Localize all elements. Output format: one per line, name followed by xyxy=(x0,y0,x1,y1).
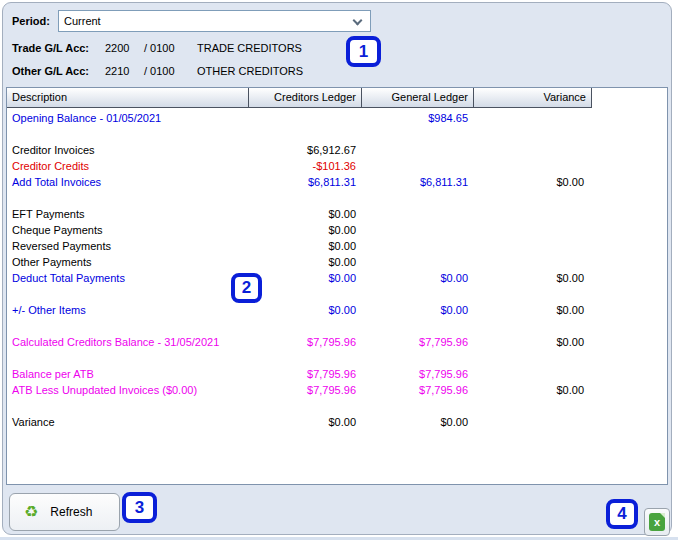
column-header-description[interactable]: Description xyxy=(7,88,249,108)
other-gl-label: Other G/L Acc: xyxy=(12,65,89,77)
trade-gl-code: 2200 xyxy=(105,42,129,54)
table-row: Calculated Creditors Balance - 31/05/202… xyxy=(7,334,667,350)
cell-creditors-ledger: $0.00 xyxy=(249,270,362,286)
annotation-badge-1: 1 xyxy=(346,36,381,67)
cell-creditors-ledger: $0.00 xyxy=(249,206,362,222)
cell-variance xyxy=(474,254,592,270)
table-row: Deduct Total Payments$0.00$0.00$0.00 xyxy=(7,270,667,286)
cell-description: Reversed Payments xyxy=(7,238,249,254)
cell-variance xyxy=(474,110,592,126)
cell-variance xyxy=(474,142,592,158)
cell-variance xyxy=(474,206,592,222)
table-body: Opening Balance - 01/05/2021$984.65Credi… xyxy=(7,108,667,430)
cell-creditors-ledger: $0.00 xyxy=(249,238,362,254)
table-row-blank xyxy=(7,350,667,366)
column-header-general-ledger[interactable]: General Ledger xyxy=(362,88,474,108)
column-header-variance[interactable]: Variance xyxy=(474,88,592,108)
cell-general-ledger: $984.65 xyxy=(362,110,474,126)
table-row-blank xyxy=(7,126,667,142)
cell-general-ledger: $7,795.96 xyxy=(362,382,474,398)
annotation-badge-4: 4 xyxy=(606,499,638,529)
cell-creditors-ledger: $0.00 xyxy=(249,414,362,430)
creditors-reconciliation-panel: Period: Current Trade G/L Acc: 2200 / 01… xyxy=(2,2,672,535)
cell-general-ledger: $0.00 xyxy=(362,414,474,430)
other-gl-code: 2210 xyxy=(105,65,129,77)
excel-icon: x xyxy=(649,513,665,531)
cell-creditors-ledger: $7,795.96 xyxy=(249,334,362,350)
cell-creditors-ledger: $0.00 xyxy=(249,254,362,270)
column-header-creditors-ledger[interactable]: Creditors Ledger xyxy=(249,88,362,108)
cell-variance xyxy=(474,158,592,174)
table-row: Opening Balance - 01/05/2021$984.65 xyxy=(7,110,667,126)
other-gl-name: OTHER CREDITORS xyxy=(197,65,303,77)
cell-description: Creditor Invoices xyxy=(7,142,249,158)
table-row: Variance$0.00$0.00 xyxy=(7,414,667,430)
other-gl-subcode: / 0100 xyxy=(144,65,175,77)
cell-description: Deduct Total Payments xyxy=(7,270,249,286)
cell-creditors-ledger xyxy=(249,110,362,126)
table-row: +/- Other Items$0.00$0.00$0.00 xyxy=(7,302,667,318)
cell-creditors-ledger: $7,795.96 xyxy=(249,366,362,382)
cell-variance: $0.00 xyxy=(474,382,592,398)
cell-variance: $0.00 xyxy=(474,334,592,350)
cell-variance: $0.00 xyxy=(474,302,592,318)
cell-creditors-ledger: $0.00 xyxy=(249,302,362,318)
refresh-button[interactable]: ♻ Refresh xyxy=(9,493,120,531)
table-row: Balance per ATB$7,795.96$7,795.96 xyxy=(7,366,667,382)
cell-description: Balance per ATB xyxy=(7,366,249,382)
cell-description: Add Total Invoices xyxy=(7,174,249,190)
refresh-recycle-icon: ♻ xyxy=(24,504,38,520)
cell-general-ledger: $6,811.31 xyxy=(362,174,474,190)
cell-variance xyxy=(474,366,592,382)
trade-gl-name: TRADE CREDITORS xyxy=(197,42,302,54)
table-row: Other Payments$0.00 xyxy=(7,254,667,270)
cell-description: Other Payments xyxy=(7,254,249,270)
annotation-badge-2: 2 xyxy=(231,273,262,303)
table-row: Creditor Invoices$6,912.67 xyxy=(7,142,667,158)
cell-variance: $0.00 xyxy=(474,270,592,286)
cell-variance xyxy=(474,414,592,430)
period-dropdown[interactable]: Current xyxy=(58,10,371,32)
cell-general-ledger: $7,795.96 xyxy=(362,334,474,350)
other-gl-account-row: Other G/L Acc: 2210 / 0100 OTHER CREDITO… xyxy=(3,65,671,79)
cell-general-ledger: $0.00 xyxy=(362,302,474,318)
table-row-blank xyxy=(7,190,667,206)
cell-description: Creditor Credits xyxy=(7,158,249,174)
trade-gl-subcode: / 0100 xyxy=(144,42,175,54)
table-row: EFT Payments$0.00 xyxy=(7,206,667,222)
cell-general-ledger xyxy=(362,222,474,238)
table-header-row: Description Creditors Ledger General Led… xyxy=(7,88,667,108)
table-row-blank xyxy=(7,318,667,334)
cell-description: +/- Other Items xyxy=(7,302,249,318)
cell-creditors-ledger: $6,912.67 xyxy=(249,142,362,158)
table-row-blank xyxy=(7,286,667,302)
cell-description: EFT Payments xyxy=(7,206,249,222)
cell-general-ledger xyxy=(362,158,474,174)
table-row: Add Total Invoices$6,811.31$6,811.31$0.0… xyxy=(7,174,667,190)
cell-general-ledger xyxy=(362,238,474,254)
cell-creditors-ledger: $6,811.31 xyxy=(249,174,362,190)
cell-description: Cheque Payments xyxy=(7,222,249,238)
cell-variance xyxy=(474,238,592,254)
table-row: ATB Less Unupdated Invoices ($0.00)$7,79… xyxy=(7,382,667,398)
refresh-label: Refresh xyxy=(50,505,92,519)
cell-description: ATB Less Unupdated Invoices ($0.00) xyxy=(7,382,249,398)
cell-creditors-ledger: -$101.36 xyxy=(249,158,362,174)
trade-gl-label: Trade G/L Acc: xyxy=(12,42,89,54)
annotation-badge-3: 3 xyxy=(122,492,157,523)
cell-general-ledger xyxy=(362,142,474,158)
cell-creditors-ledger: $0.00 xyxy=(249,222,362,238)
cell-general-ledger xyxy=(362,206,474,222)
trade-gl-account-row: Trade G/L Acc: 2200 / 0100 TRADE CREDITO… xyxy=(3,42,671,56)
cell-variance xyxy=(474,222,592,238)
reconciliation-table: Description Creditors Ledger General Led… xyxy=(6,87,668,485)
period-label: Period: xyxy=(12,15,50,27)
cell-creditors-ledger: $7,795.96 xyxy=(249,382,362,398)
cell-general-ledger: $0.00 xyxy=(362,270,474,286)
cell-description: Opening Balance - 01/05/2021 xyxy=(7,110,249,126)
table-row-blank xyxy=(7,398,667,414)
cell-description: Variance xyxy=(7,414,249,430)
cell-variance: $0.00 xyxy=(474,174,592,190)
cell-general-ledger: $7,795.96 xyxy=(362,366,474,382)
export-excel-button[interactable]: x xyxy=(644,508,670,536)
